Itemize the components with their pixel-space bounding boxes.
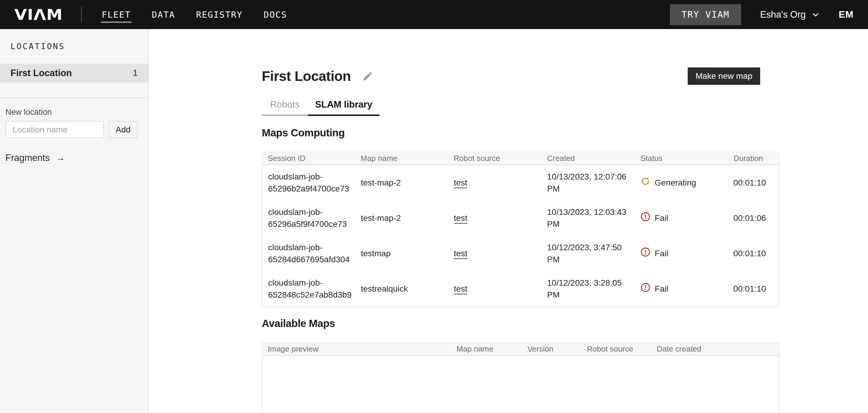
- nav-right: TRY VIAM Esha's Org EM: [670, 4, 854, 25]
- sidebar-divider: [0, 97, 148, 98]
- robot-source-cell: test: [448, 247, 541, 260]
- nav-link-fleet[interactable]: FLEET: [101, 0, 131, 29]
- map-name-cell: test-map-2: [355, 177, 448, 189]
- column-header-map-name: Map name: [451, 344, 522, 354]
- session-id-cell: cloudslam-job-652848c52e7ab8d3b9: [262, 277, 355, 301]
- session-id-cell: cloudslam-job-65296b2a9f4700ce73: [262, 171, 355, 195]
- status-cell: Fail: [635, 212, 728, 225]
- map-name-cell: testmap: [355, 247, 448, 260]
- table-row: cloudslam-job-652848c52e7ab8d3b9 testrea…: [262, 271, 779, 306]
- column-header-session-id: Session ID: [262, 154, 355, 163]
- viam-logo[interactable]: VIΛM: [14, 6, 63, 23]
- duration-cell: 00:01:06: [727, 212, 779, 224]
- column-header-created: Created: [541, 154, 635, 163]
- location-name: First Location: [10, 68, 72, 79]
- table-row: cloudslam-job-65284d667695afd304 testmap…: [262, 236, 779, 271]
- org-name: Esha's Org: [760, 9, 806, 20]
- location-count-badge: 1: [133, 68, 138, 78]
- duration-cell: 00:01:10: [727, 247, 779, 260]
- top-nav: VIΛM FLEET DATA REGISTRY DOCS TRY VIAM E…: [0, 0, 868, 29]
- try-viam-button[interactable]: TRY VIAM: [670, 4, 741, 25]
- nav-link-docs[interactable]: DOCS: [264, 0, 287, 29]
- add-location-button[interactable]: Add: [109, 121, 137, 138]
- robot-source-link[interactable]: test: [454, 284, 467, 293]
- table-row: cloudslam-job-65296a5f9f4700ce73 test-ma…: [262, 201, 779, 236]
- status-label: Fail: [655, 212, 668, 224]
- column-header-map-name: Map name: [355, 154, 448, 163]
- robot-source-cell: test: [448, 212, 541, 224]
- duration-cell: 00:01:10: [727, 177, 779, 189]
- status-label: Generating: [655, 177, 696, 189]
- maps-computing-body: cloudslam-job-65296b2a9f4700ce73 test-ma…: [262, 165, 780, 307]
- maps-computing-table: Session ID Map name Robot source Created…: [262, 152, 780, 307]
- sidebar-item-first-location[interactable]: First Location 1: [0, 63, 148, 82]
- available-maps-title: Available Maps: [262, 317, 868, 329]
- nav-divider: [81, 7, 82, 23]
- map-name-cell: testrealquick: [355, 283, 448, 295]
- main-content: First Location Make new map Robots SLAM …: [149, 29, 868, 413]
- session-id-cell: cloudslam-job-65296a5f9f4700ce73: [262, 206, 355, 230]
- robot-source-cell: test: [448, 177, 541, 189]
- available-maps-body: [262, 356, 780, 412]
- robot-source-link[interactable]: test: [454, 249, 467, 258]
- created-cell: 10/13/2023, 12:03:43 PM: [541, 206, 634, 230]
- column-header-image-preview: Image preview: [262, 344, 451, 354]
- fail-icon: [640, 212, 651, 225]
- map-name-cell: test-map-2: [355, 212, 448, 224]
- make-new-map-button[interactable]: Make new map: [688, 67, 760, 85]
- available-maps-header-row: Image preview Map name Version Robot sou…: [262, 342, 780, 356]
- nav-link-data[interactable]: DATA: [152, 0, 175, 29]
- duration-cell: 00:01:10: [727, 283, 779, 295]
- new-location-form: Add: [5, 121, 143, 138]
- column-header-date-created: Date created: [651, 344, 779, 354]
- robot-source-link[interactable]: test: [454, 178, 467, 187]
- edit-location-name-icon[interactable]: [362, 70, 373, 82]
- available-maps-table: Image preview Map name Version Robot sou…: [262, 342, 780, 412]
- tab-robots[interactable]: Robots: [262, 99, 308, 116]
- nav-link-registry[interactable]: REGISTRY: [196, 0, 243, 29]
- location-name-input[interactable]: [5, 121, 104, 138]
- fail-icon: [640, 282, 651, 296]
- nav-links: FLEET DATA REGISTRY DOCS: [101, 0, 287, 29]
- generating-spinner-icon: [640, 176, 651, 190]
- locations-sidebar: LOCATIONS First Location 1 New location …: [0, 29, 149, 413]
- robot-source-cell: test: [448, 283, 541, 295]
- status-label: Fail: [655, 283, 668, 295]
- session-id-cell: cloudslam-job-65284d667695afd304: [262, 242, 355, 266]
- viam-app: VIΛM FLEET DATA REGISTRY DOCS TRY VIAM E…: [0, 0, 868, 413]
- arrow-right-icon: →: [56, 152, 65, 163]
- fail-icon: [640, 247, 651, 261]
- org-switcher[interactable]: Esha's Org: [760, 9, 820, 20]
- table-row: cloudslam-job-65296b2a9f4700ce73 test-ma…: [262, 165, 779, 201]
- maps-computing-title: Maps Computing: [262, 127, 868, 139]
- fragments-label: Fragments: [5, 152, 50, 163]
- user-initials[interactable]: EM: [839, 9, 854, 20]
- page-title: First Location: [262, 68, 351, 84]
- maps-computing-header-row: Session ID Map name Robot source Created…: [262, 152, 780, 165]
- column-header-status: Status: [635, 154, 728, 163]
- status-label: Fail: [655, 247, 668, 260]
- created-cell: 10/12/2023, 3:28:05 PM: [541, 277, 634, 301]
- page-header: First Location Make new map: [262, 67, 780, 85]
- chevron-down-icon: [811, 10, 820, 19]
- status-cell: Fail: [635, 282, 728, 296]
- status-cell: Fail: [635, 247, 728, 261]
- new-location-label: New location: [5, 108, 148, 117]
- tab-bar: Robots SLAM library: [262, 99, 868, 116]
- created-cell: 10/12/2023, 3:47:50 PM: [541, 242, 634, 266]
- created-cell: 10/13/2023, 12:07:06 PM: [541, 171, 634, 195]
- sidebar-title: LOCATIONS: [0, 29, 148, 51]
- fragments-link[interactable]: Fragments →: [5, 152, 148, 163]
- column-header-version: Version: [522, 344, 581, 354]
- column-header-duration: Duration: [728, 154, 779, 163]
- status-cell: Generating: [635, 176, 728, 190]
- robot-source-link[interactable]: test: [454, 213, 467, 223]
- column-header-robot-source: Robot source: [581, 344, 651, 354]
- tab-slam-library[interactable]: SLAM library: [308, 99, 379, 116]
- column-header-robot-source: Robot source: [448, 154, 541, 163]
